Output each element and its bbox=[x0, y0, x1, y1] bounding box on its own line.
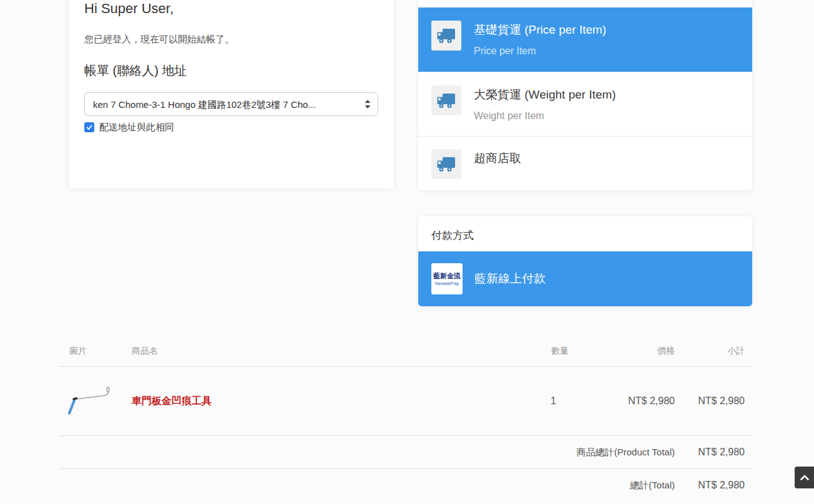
shipping-method-weight[interactable]: 大榮貨運 (Weight per Item) Weight per Item bbox=[418, 72, 752, 136]
product-name-link[interactable]: 車門板金凹痕工具 bbox=[132, 395, 212, 406]
newebpay-logo-text-en: NewebPay bbox=[435, 281, 459, 286]
greeting-title: Hi Super User, bbox=[84, 1, 378, 16]
shipping-methods-card: 基礎貨運 (Price per Item) Price per Item 大榮貨… bbox=[418, 0, 752, 190]
cart-summary: 圖片 商品名 數量 價格 小計 車門板金凹痕工具 1 bbox=[59, 334, 752, 502]
newebpay-logo-text-cn: 藍新金流 bbox=[433, 272, 461, 279]
payment-method-title: 藍新線上付款 bbox=[474, 271, 546, 287]
product-total-label: 商品總計(Product Total) bbox=[59, 436, 677, 469]
truck-icon bbox=[431, 21, 461, 51]
grand-total-row: 總計(Total) NT$ 2,980 bbox=[59, 469, 752, 502]
shipping-method-subtitle: Price per Item bbox=[474, 45, 606, 57]
address-select-wrap: ken 7 Chome-3-1 Hongo 建國路102巷2號3樓 7 Cho.… bbox=[84, 92, 378, 116]
shipping-method-text: 超商店取 bbox=[474, 149, 521, 167]
column-header-name: 商品名 bbox=[122, 334, 496, 367]
cart-product-row: 車門板金凹痕工具 1 NT$ 2,980 NT$ 2,980 bbox=[59, 367, 752, 436]
shipping-method-subtitle: Weight per Item bbox=[474, 110, 616, 122]
product-image-cell bbox=[59, 367, 122, 436]
cart-table: 圖片 商品名 數量 價格 小計 車門板金凹痕工具 1 bbox=[59, 334, 752, 502]
product-subtotal: NT$ 2,980 bbox=[677, 367, 752, 436]
payment-heading: 付款方式 bbox=[418, 216, 752, 243]
shipping-method-text: 基礎貨運 (Price per Item) Price per Item bbox=[474, 21, 606, 57]
grand-total-value: NT$ 2,980 bbox=[677, 469, 752, 502]
grand-total-label: 總計(Total) bbox=[59, 469, 677, 502]
column-header-price: 價格 bbox=[571, 334, 677, 367]
payment-method-newebpay[interactable]: 藍新金流 NewebPay 藍新線上付款 bbox=[418, 251, 752, 306]
truck-icon bbox=[431, 85, 461, 115]
newebpay-logo: 藍新金流 NewebPay bbox=[431, 263, 463, 294]
same-address-label: 配送地址與此相同 bbox=[99, 122, 174, 132]
billing-address-heading: 帳單 (聯絡人) 地址 bbox=[84, 64, 378, 77]
address-select[interactable]: ken 7 Chome-3-1 Hongo 建國路102巷2號3樓 7 Cho.… bbox=[84, 92, 378, 116]
shipping-method-title: 超商店取 bbox=[474, 150, 521, 167]
same-address-checkbox[interactable] bbox=[84, 122, 94, 132]
column-header-quantity: 數量 bbox=[496, 334, 571, 367]
truck-icon bbox=[431, 149, 461, 179]
checkout-page: { "billing": { "greeting": "Hi Super Use… bbox=[0, 0, 814, 504]
column-header-image: 圖片 bbox=[59, 334, 122, 367]
login-status-message: 您已經登入，現在可以開始結帳了。 bbox=[84, 34, 378, 45]
shipping-method-title: 基礎貨運 (Price per Item) bbox=[474, 22, 606, 38]
shipping-method-text: 大榮貨運 (Weight per Item) Weight per Item bbox=[474, 85, 616, 122]
chevron-up-icon bbox=[800, 475, 809, 480]
payment-methods-card: 付款方式 藍新金流 NewebPay 藍新線上付款 bbox=[418, 216, 752, 306]
product-total-row: 商品總計(Product Total) NT$ 2,980 bbox=[59, 436, 752, 469]
billing-address-card: Hi Super User, 您已經登入，現在可以開始結帳了。 帳單 (聯絡人)… bbox=[69, 0, 394, 188]
cart-header-row: 圖片 商品名 數量 價格 小計 bbox=[59, 334, 752, 367]
shipping-method-store-pickup[interactable]: 超商店取 bbox=[418, 136, 752, 190]
scroll-to-top-button[interactable] bbox=[795, 467, 814, 488]
shipping-method-title: 大榮貨運 (Weight per Item) bbox=[474, 87, 616, 103]
product-thumbnail bbox=[68, 384, 113, 416]
product-total-value: NT$ 2,980 bbox=[677, 436, 752, 469]
product-price: NT$ 2,980 bbox=[571, 367, 677, 436]
column-header-subtotal: 小計 bbox=[677, 334, 752, 367]
shipping-method-basic[interactable]: 基礎貨運 (Price per Item) Price per Item bbox=[418, 7, 752, 72]
same-address-row: 配送地址與此相同 bbox=[84, 122, 378, 132]
product-quantity: 1 bbox=[496, 367, 571, 436]
